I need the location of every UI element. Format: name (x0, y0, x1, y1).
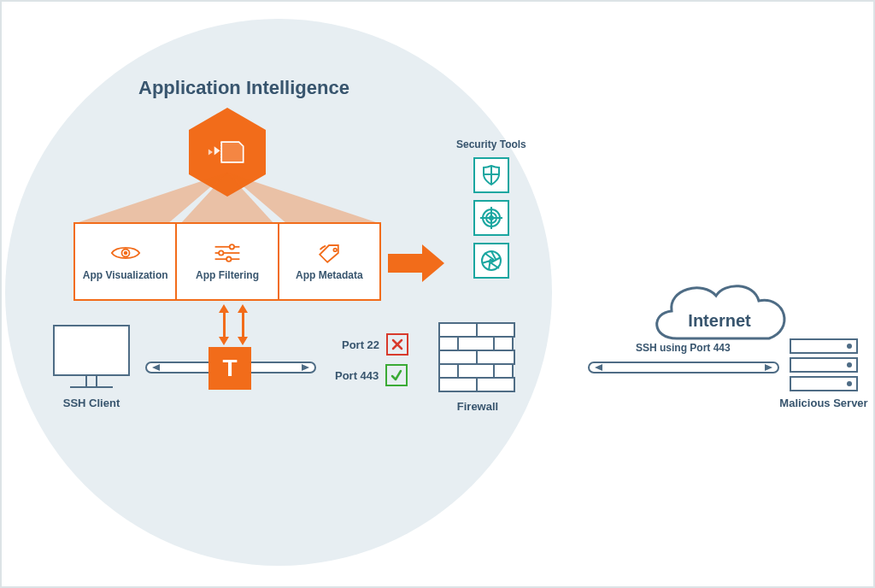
pipe-right (588, 362, 779, 373)
divergence-rays (73, 173, 381, 224)
arrow-to-security-tools-icon (388, 244, 444, 282)
blocked-icon (386, 333, 408, 356)
cap-filtering: App Filtering (177, 224, 279, 299)
allowed-icon (385, 364, 408, 386)
firewall-icon (439, 323, 516, 391)
security-tool-target-icon (473, 200, 509, 236)
security-tool-shield-icon (473, 157, 509, 193)
bidirectional-arrows-icon (219, 304, 248, 345)
ssh-client-label: SSH Client (53, 397, 130, 409)
cap-label: App Filtering (196, 269, 259, 281)
cap-label: App Visualization (83, 269, 168, 281)
app-intelligence-hexagon-icon (189, 130, 266, 174)
cap-metadata: App Metadata (279, 224, 379, 299)
malicious-server-label: Malicious Server (774, 397, 873, 409)
capability-box: App Visualization App Filtering App Meta… (73, 222, 381, 301)
port-22-row: Port 22 (342, 333, 408, 356)
tag-icon (314, 242, 344, 264)
diagram-title: Application Intelligence (138, 77, 349, 99)
port-label: Port 22 (342, 338, 379, 351)
security-tool-aperture-icon (473, 243, 509, 279)
security-tools-label: Security Tools (456, 138, 526, 150)
svg-point-10 (226, 257, 231, 262)
tunnel-label: SSH using Port 443 (636, 342, 731, 354)
firewall-label: Firewall (439, 400, 516, 413)
sliders-icon (212, 242, 243, 264)
internet-label: Internet (643, 311, 796, 331)
svg-point-8 (230, 244, 234, 249)
tap-letter: T (222, 355, 237, 382)
network-tap-box: T (208, 347, 251, 390)
svg-point-4 (124, 252, 126, 255)
port-label: Port 443 (335, 369, 379, 382)
eye-icon (110, 242, 141, 264)
cap-visualization: App Visualization (75, 224, 177, 299)
ssh-client-monitor-icon (53, 325, 130, 388)
svg-point-9 (219, 250, 223, 255)
cap-label: App Metadata (296, 269, 363, 281)
svg-point-11 (334, 249, 338, 252)
port-443-row: Port 443 (335, 364, 408, 386)
malicious-server-icon (790, 338, 858, 395)
